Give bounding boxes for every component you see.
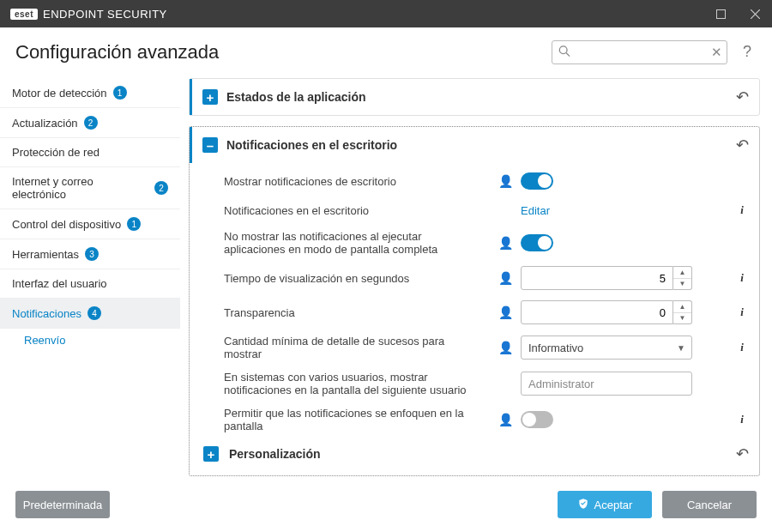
chevron-down-icon[interactable]: ▼ [673,279,691,290]
button-label: Cancelar [687,499,732,511]
person-icon: 👤 [498,413,512,426]
window-minimize-placeholder [669,0,703,27]
multiuser-input[interactable] [521,372,692,396]
page-title: Configuración avanzada [15,41,541,63]
timeout-spinner[interactable]: ▲▼ [673,266,692,290]
svg-rect-0 [716,9,725,18]
sidebar-item-user-interface[interactable]: Interfaz del usuario [0,269,180,299]
expand-icon: + [202,89,218,105]
subsection-customization[interactable]: + Personalización ↶ [190,438,759,470]
revert-icon[interactable]: ↶ [736,444,749,463]
person-icon: 👤 [498,305,512,319]
main-content: + Estados de la aplicación ↶ – Notificac… [180,73,772,481]
sidebar-item-update[interactable]: Actualización 2 [0,108,180,138]
row-label: Transparencia [224,306,490,319]
row-fullscreen-suppress: No mostrar las notificaciones al ejecuta… [190,225,759,261]
sidebar-item-notifications[interactable]: Notificaciones 4 [0,299,180,329]
sidebar-item-device-control[interactable]: Control del dispositivo 1 [0,209,180,239]
row-label: Permitir que las notificaciones se enfoq… [224,407,490,432]
search-field[interactable]: ✕ [552,40,727,64]
row-label: Tiempo de visualización en segundos [224,272,490,285]
badge: 3 [85,247,99,261]
product-name: ENDPOINT SECURITY [43,8,167,21]
row-label: Cantidad mínima de detalle de sucesos pa… [224,335,490,360]
row-label: Notificaciones en el escritorio [224,204,490,217]
subsection-title: Personalización [229,447,726,461]
sidebar-item-network-protection[interactable]: Protección de red [0,138,180,167]
section-desktop-notifications: – Notificaciones en el escritorio ↶ Most… [189,126,760,476]
info-icon[interactable]: i [735,341,749,354]
sidebar-subitem-forwarding[interactable]: Reenvío [0,329,180,352]
section-title: Notificaciones en el escritorio [226,138,727,152]
svg-point-1 [559,45,567,53]
window-maximize[interactable] [703,0,738,27]
search-icon [558,45,570,59]
section-title: Estados de la aplicación [226,90,727,104]
default-button[interactable]: Predeterminada [15,491,110,518]
edit-link[interactable]: Editar [521,204,550,217]
clear-icon[interactable]: ✕ [711,45,722,60]
sidebar: Motor de detección 1 Actualización 2 Pro… [0,73,180,481]
row-min-verbosity: Cantidad mínima de detalle de sucesos pa… [190,329,759,366]
toggle-show-notifications[interactable] [521,172,553,190]
transparency-input[interactable] [521,300,673,324]
sidebar-item-web-email[interactable]: Internet y correo electrónico 2 [0,167,180,209]
info-icon[interactable]: i [735,305,749,319]
toggle-allow-focus[interactable] [521,411,553,428]
search-input[interactable] [552,40,727,64]
chevron-up-icon[interactable]: ▲ [673,301,691,313]
row-label: No mostrar las notificaciones al ejecuta… [224,230,490,256]
revert-icon[interactable]: ↶ [736,88,749,106]
person-icon: 👤 [498,271,512,285]
chevron-down-icon[interactable]: ▼ [673,313,691,324]
footer: Predeterminada Aceptar Cancelar [0,481,772,532]
row-multiuser-display: En sistemas con varios usuarios, mostrar… [190,366,759,402]
svg-line-2 [566,52,570,56]
person-icon: 👤 [498,341,512,354]
cancel-button[interactable]: Cancelar [662,491,757,518]
help-button[interactable]: ? [738,39,757,64]
timeout-input[interactable] [521,266,673,290]
brand: eset ENDPOINT SECURITY [10,8,167,21]
row-configure-notifications: Notificaciones en el escritorio Editar i [190,196,759,225]
sidebar-item-label: Actualización [12,117,78,130]
badge: 2 [84,116,98,130]
sidebar-item-label: Motor de detección [12,87,107,100]
badge: 4 [87,306,101,320]
transparency-spinner[interactable]: ▲▼ [673,300,692,324]
accept-button[interactable]: Aceptar [558,491,652,518]
sidebar-item-tools[interactable]: Herramientas 3 [0,239,180,269]
sidebar-item-label: Protección de red [12,146,100,159]
sidebar-item-label: Internet y correo electrónico [12,175,148,201]
chevron-up-icon[interactable]: ▲ [673,267,691,279]
info-icon[interactable]: i [735,271,749,285]
row-label: Mostrar notificaciones de escritorio [224,175,490,188]
brand-box: eset [10,9,38,20]
button-label: Aceptar [594,499,633,511]
info-icon[interactable]: i [735,203,749,217]
info-icon[interactable]: i [735,413,749,426]
badge: 1 [113,86,127,100]
row-show-desktop-notifications: Mostrar notificaciones de escritorio 👤 [190,166,759,196]
row-display-timeout: Tiempo de visualización en segundos 👤 ▲▼… [190,261,759,295]
section-header-desktop-notifications[interactable]: – Notificaciones en el escritorio ↶ [190,127,759,163]
section-header-app-states[interactable]: + Estados de la aplicación ↶ [190,79,759,115]
expand-icon: + [203,446,219,462]
revert-icon[interactable]: ↶ [736,136,749,154]
person-icon: 👤 [498,174,512,188]
header: Configuración avanzada ✕ ? [0,27,772,73]
titlebar: eset ENDPOINT SECURITY [0,0,772,27]
sidebar-item-label: Notificaciones [12,307,81,320]
sidebar-item-label: Interfaz del usuario [12,277,107,290]
window-close[interactable] [738,0,772,27]
shield-icon [577,498,589,512]
person-icon: 👤 [498,236,512,250]
sidebar-item-label: Herramientas [12,248,79,261]
toggle-fullscreen-suppress[interactable] [521,234,553,251]
sidebar-item-label: Control del dispositivo [12,218,121,231]
badge: 1 [127,217,141,231]
sidebar-item-detection-engine[interactable]: Motor de detección 1 [0,78,180,108]
min-verbosity-select[interactable] [521,336,692,360]
row-label: En sistemas con varios usuarios, mostrar… [224,371,490,396]
row-transparency: Transparencia 👤 ▲▼ i [190,295,759,329]
